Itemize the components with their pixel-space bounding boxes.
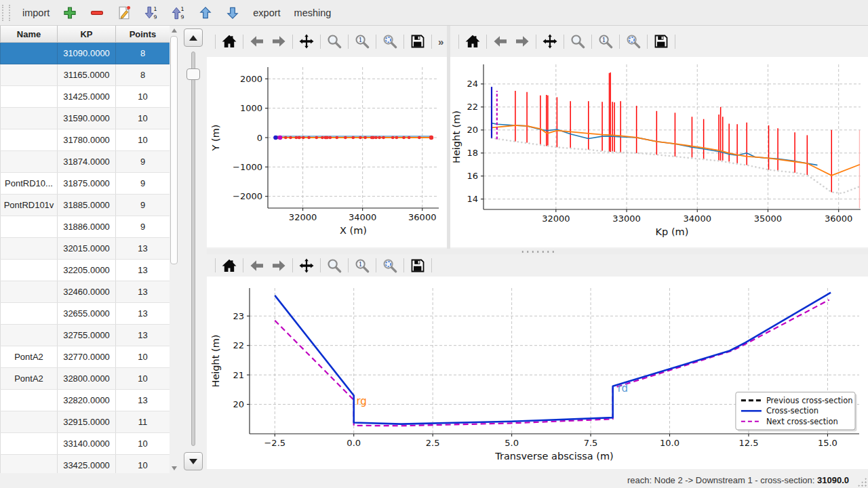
points-cell[interactable]: 13: [116, 390, 170, 411]
table-row[interactable]: 32460.000013: [1, 281, 170, 303]
table-row[interactable]: 32915.000011: [1, 411, 170, 433]
points-cell[interactable]: 10: [116, 108, 170, 129]
table-row[interactable]: 32755.000013: [1, 325, 170, 346]
back-button[interactable]: [246, 256, 268, 276]
points-cell[interactable]: 9: [116, 195, 170, 216]
name-cell[interactable]: [1, 108, 58, 129]
kp-cell[interactable]: 31886.0000: [58, 216, 116, 238]
points-cell[interactable]: 13: [116, 260, 170, 281]
table-row[interactable]: 31590.000010: [1, 108, 170, 129]
kp-cell[interactable]: 33140.0000: [58, 433, 116, 455]
kp-cell[interactable]: 32770.0000: [58, 346, 116, 368]
plan-view-chart[interactable]: 320003400036000−2000−1000010002000X (m)Y…: [207, 57, 447, 247]
home-button[interactable]: [218, 256, 240, 276]
scrollbar-up-arrow-icon[interactable]: [172, 28, 177, 33]
points-cell[interactable]: 8: [116, 43, 170, 64]
home-button[interactable]: [218, 31, 240, 52]
name-cell[interactable]: [1, 411, 58, 433]
name-cell[interactable]: [1, 260, 58, 281]
forward-button[interactable]: [268, 31, 290, 52]
zoom-one-button[interactable]: [351, 256, 373, 276]
zoom-region-button[interactable]: [379, 31, 401, 52]
table-row[interactable]: 32015.000013: [1, 238, 170, 260]
table-row[interactable]: 31886.00009: [1, 216, 170, 238]
kp-cell[interactable]: 32755.0000: [58, 325, 116, 346]
column-header-name[interactable]: Name: [1, 26, 58, 43]
kp-cell[interactable]: 31875.0000: [58, 173, 116, 195]
points-cell[interactable]: 13: [116, 238, 170, 260]
splitter-handle[interactable]: [207, 249, 868, 254]
add-button[interactable]: [59, 3, 81, 23]
points-cell[interactable]: 9: [116, 173, 170, 195]
toolbar-overflow-button[interactable]: »: [438, 36, 443, 47]
zoom-one-button[interactable]: [595, 31, 616, 52]
zoom-region-button[interactable]: [623, 31, 644, 52]
name-cell[interactable]: [1, 86, 58, 108]
move-down-button[interactable]: [222, 3, 243, 23]
zoom-button[interactable]: [323, 256, 345, 276]
points-cell[interactable]: 13: [116, 325, 170, 346]
kp-cell[interactable]: 32820.0000: [58, 390, 116, 411]
column-header-points[interactable]: Points: [116, 26, 170, 43]
name-cell[interactable]: PontRD101v: [1, 195, 58, 216]
cross-section-chart[interactable]: rgrd−2.50.02.55.07.510.012.515.020212223…: [207, 277, 868, 469]
table-row[interactable]: PontA232800.000010: [1, 368, 170, 390]
table-row[interactable]: 33140.000010: [1, 433, 170, 455]
zoom-one-button[interactable]: [351, 31, 373, 52]
kp-cell[interactable]: 32915.0000: [58, 411, 116, 433]
points-cell[interactable]: 10: [116, 86, 170, 108]
pan-button[interactable]: [539, 31, 561, 52]
kp-cell[interactable]: 31885.0000: [58, 195, 116, 216]
back-button[interactable]: [246, 31, 268, 52]
name-cell[interactable]: [1, 216, 58, 238]
name-cell[interactable]: [1, 151, 58, 173]
sort-descending-button[interactable]: [140, 3, 162, 23]
table-row[interactable]: PontRD10...31875.00009: [1, 173, 170, 195]
kp-cell[interactable]: 31425.0000: [58, 86, 116, 108]
name-cell[interactable]: [1, 64, 58, 86]
kp-cell[interactable]: 31874.0000: [58, 151, 116, 173]
points-cell[interactable]: 9: [116, 216, 170, 238]
back-button[interactable]: [490, 31, 511, 52]
table-row[interactable]: 31780.000010: [1, 129, 170, 151]
kp-cell[interactable]: 32460.0000: [58, 281, 116, 303]
pan-button[interactable]: [296, 31, 317, 52]
section-down-button[interactable]: [184, 452, 203, 470]
edit-button[interactable]: [113, 3, 135, 23]
scrollbar-down-arrow-icon[interactable]: [172, 466, 177, 470]
points-cell[interactable]: 10: [116, 433, 170, 455]
save-button[interactable]: [650, 31, 672, 52]
section-up-button[interactable]: [184, 28, 203, 47]
table-row[interactable]: 31874.00009: [1, 151, 170, 173]
name-cell[interactable]: PontA2: [1, 368, 58, 390]
sort-ascending-button[interactable]: [167, 3, 189, 23]
table-row[interactable]: 32820.000013: [1, 390, 170, 411]
section-slider-handle[interactable]: [186, 68, 200, 80]
points-cell[interactable]: 13: [116, 303, 170, 325]
points-cell[interactable]: 9: [116, 151, 170, 173]
remove-button[interactable]: [86, 3, 108, 23]
points-cell[interactable]: 10: [116, 368, 170, 390]
kp-cell[interactable]: 32205.0000: [58, 260, 116, 281]
name-cell[interactable]: [1, 325, 58, 346]
name-cell[interactable]: PontRD10...: [1, 173, 58, 195]
table-row[interactable]: 32655.000013: [1, 303, 170, 325]
name-cell[interactable]: PontA2: [1, 346, 58, 368]
name-cell[interactable]: [1, 129, 58, 151]
kp-cell[interactable]: 32800.0000: [58, 368, 116, 390]
forward-button[interactable]: [268, 256, 290, 276]
zoom-button[interactable]: [323, 31, 345, 52]
meshing-button[interactable]: meshing: [288, 4, 338, 22]
points-cell[interactable]: 10: [116, 129, 170, 151]
table-scrollbar[interactable]: [170, 26, 179, 473]
name-cell[interactable]: [1, 43, 58, 64]
name-cell[interactable]: [1, 390, 58, 411]
kp-cell[interactable]: 32655.0000: [58, 303, 116, 325]
kp-cell[interactable]: 31090.0000: [58, 43, 116, 64]
profile-view-chart[interactable]: 3200033000340003500036000141618202224Kp …: [450, 57, 868, 247]
save-button[interactable]: [407, 31, 429, 52]
table-row[interactable]: PontRD101v31885.00009: [1, 195, 170, 216]
name-cell[interactable]: [1, 303, 58, 325]
zoom-button[interactable]: [567, 31, 589, 52]
table-row[interactable]: PontA232770.000010: [1, 346, 170, 368]
